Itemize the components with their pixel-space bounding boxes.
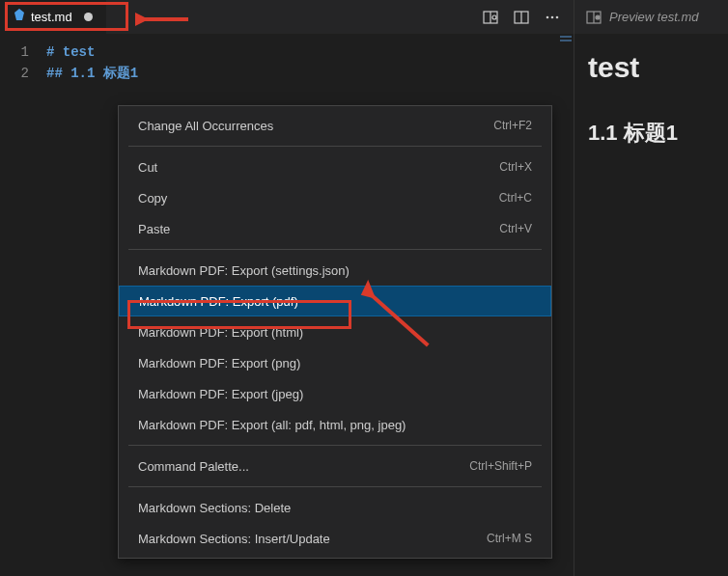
menu-item-label: Markdown PDF: Export (html)	[138, 325, 303, 340]
menu-item-shortcut: Ctrl+Shift+P	[469, 459, 532, 473]
menu-item-label: Change All Occurrences	[138, 119, 273, 133]
menu-item-shortcut: Ctrl+X	[499, 160, 532, 174]
preview-heading-2: 1.1 标题1	[588, 119, 714, 148]
markdown-file-icon	[14, 9, 25, 25]
svg-point-8	[556, 15, 559, 18]
svg-point-3	[492, 15, 496, 19]
tab-bar: test.md	[0, 0, 574, 34]
context-menu-item[interactable]: CopyCtrl+C	[119, 182, 551, 213]
minimap[interactable]	[558, 34, 574, 574]
svg-point-7	[551, 15, 554, 18]
menu-item-label: Markdown PDF: Export (png)	[138, 356, 300, 370]
menu-item-label: Markdown Sections: Delete	[138, 501, 291, 515]
editor-body[interactable]: 1 2 # test ## 1.1 标题1	[0, 34, 574, 84]
code-content[interactable]: # test ## 1.1 标题1	[46, 41, 138, 84]
context-menu: Change All OccurrencesCtrl+F2CutCtrl+XCo…	[118, 105, 552, 559]
context-menu-item[interactable]: Markdown Sections: Delete	[119, 492, 551, 523]
menu-separator	[128, 146, 542, 147]
menu-separator	[128, 486, 542, 487]
menu-separator	[128, 249, 542, 250]
context-menu-item[interactable]: Command Palette...Ctrl+Shift+P	[119, 451, 551, 481]
context-menu-item[interactable]: Markdown PDF: Export (png)	[119, 347, 551, 378]
svg-point-12	[596, 15, 600, 19]
menu-item-label: Command Palette...	[138, 459, 249, 474]
menu-item-label: Markdown PDF: Export (pdf)	[139, 294, 298, 309]
menu-item-label: Paste	[138, 222, 170, 236]
editor-tab[interactable]: test.md	[0, 0, 106, 34]
gutter: 1 2	[0, 41, 46, 84]
menu-separator	[128, 445, 542, 446]
menu-item-label: Markdown Sections: Insert/Update	[138, 532, 330, 546]
preview-tab-label: Preview test.md	[609, 10, 698, 24]
modified-indicator-icon	[84, 13, 93, 21]
context-menu-item[interactable]: PasteCtrl+V	[119, 213, 551, 244]
split-editor-icon[interactable]	[514, 10, 529, 25]
menu-item-label: Markdown PDF: Export (all: pdf, html, pn…	[138, 418, 406, 432]
editor-actions	[483, 10, 574, 25]
code-line[interactable]: # test	[46, 41, 138, 63]
preview-content: test 1.1 标题1	[574, 34, 728, 165]
context-menu-item[interactable]: Change All OccurrencesCtrl+F2	[119, 110, 551, 141]
editor-pane: test.md 1 2 # test ## 1.1 标题1 Ch	[0, 0, 574, 576]
svg-point-6	[546, 15, 549, 18]
preview-tab[interactable]: Preview test.md	[574, 0, 728, 34]
context-menu-item[interactable]: Markdown PDF: Export (all: pdf, html, pn…	[119, 409, 551, 440]
context-menu-item[interactable]: Markdown PDF: Export (jpeg)	[119, 378, 551, 409]
menu-item-label: Markdown PDF: Export (jpeg)	[138, 387, 303, 401]
line-number: 2	[0, 63, 29, 84]
preview-icon	[586, 10, 602, 25]
open-preview-side-icon[interactable]	[483, 10, 498, 25]
menu-item-shortcut: Ctrl+V	[499, 222, 532, 235]
context-menu-item[interactable]: Markdown PDF: Export (html)	[119, 316, 551, 347]
context-menu-item[interactable]: Markdown PDF: Export (settings.json)	[119, 255, 551, 286]
menu-item-shortcut: Ctrl+M S	[487, 532, 532, 545]
more-actions-icon[interactable]	[545, 10, 560, 25]
tab-filename: test.md	[31, 10, 72, 24]
line-number: 1	[0, 41, 29, 63]
menu-item-label: Copy	[138, 191, 167, 206]
context-menu-item[interactable]: Markdown PDF: Export (pdf)	[119, 286, 551, 316]
context-menu-item[interactable]: Markdown Sections: Insert/UpdateCtrl+M S	[119, 523, 551, 554]
menu-item-label: Markdown PDF: Export (settings.json)	[138, 263, 350, 278]
menu-item-shortcut: Ctrl+F2	[493, 119, 532, 132]
preview-pane: Preview test.md test 1.1 标题1	[574, 0, 728, 576]
code-line[interactable]: ## 1.1 标题1	[46, 63, 138, 84]
context-menu-item[interactable]: CutCtrl+X	[119, 151, 551, 182]
menu-item-shortcut: Ctrl+C	[499, 191, 532, 205]
menu-item-label: Cut	[138, 160, 157, 175]
preview-heading-1: test	[588, 51, 714, 84]
